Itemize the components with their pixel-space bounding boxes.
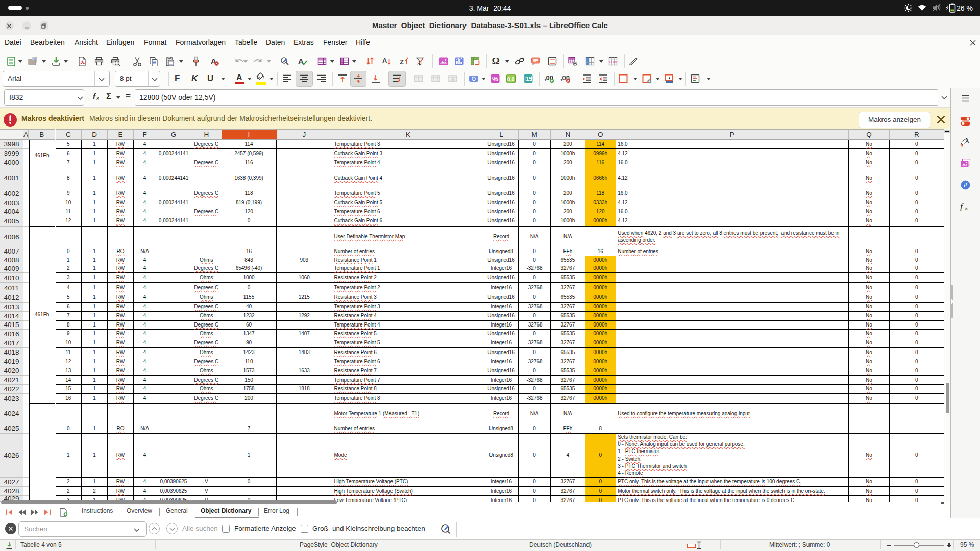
svg-text:f: f	[960, 202, 964, 211]
svg-text:0,0: 0,0	[507, 76, 515, 82]
svg-text:A: A	[382, 57, 387, 64]
svg-text:×: ×	[965, 206, 968, 212]
svg-text:Ω: Ω	[492, 56, 500, 66]
svg-text:Z: Z	[400, 58, 404, 66]
svg-text:15: 15	[526, 76, 532, 82]
svg-text:%: %	[492, 75, 498, 83]
